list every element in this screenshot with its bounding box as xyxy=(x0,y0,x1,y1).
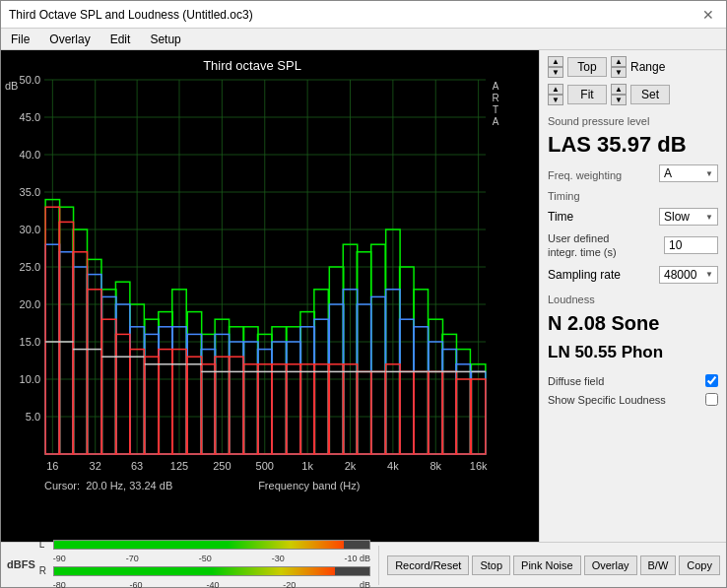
pink-noise-button[interactable]: Pink Noise xyxy=(513,555,581,575)
action-buttons: Record/Reset Stop Pink Noise Overlay B/W… xyxy=(381,552,726,579)
menu-edit[interactable]: Edit xyxy=(104,31,137,47)
main-content: ▲ ▼ Top ▲ ▼ Range ▲ ▼ Fit ▲ ▼ xyxy=(1,50,726,542)
diffuse-field-row: Diffuse field xyxy=(548,374,718,387)
set-spinner: ▲ ▼ xyxy=(611,84,627,105)
menu-setup[interactable]: Setup xyxy=(144,31,186,47)
freq-weighting-value: A xyxy=(664,166,672,180)
set-button[interactable]: Set xyxy=(630,85,670,104)
tick-db: dB xyxy=(360,580,370,588)
sampling-rate-value: 48000 xyxy=(664,268,696,282)
tick-m40: -40 xyxy=(206,580,219,588)
loudness-n-value: N 2.08 Sone xyxy=(548,311,718,335)
tick-m20: -20 xyxy=(283,580,296,588)
top-down-btn[interactable]: ▼ xyxy=(548,67,563,78)
set-up-btn[interactable]: ▲ xyxy=(611,84,627,95)
range-up-btn[interactable]: ▲ xyxy=(611,56,627,67)
top-range-controls: ▲ ▼ Top ▲ ▼ Range xyxy=(548,56,718,78)
l-meter xyxy=(53,540,370,550)
top-up-btn[interactable]: ▲ xyxy=(548,56,563,67)
show-specific-loudness-row: Show Specific Loudness xyxy=(548,393,718,406)
bw-button[interactable]: B/W xyxy=(640,555,677,575)
user-defined-input[interactable] xyxy=(664,236,718,254)
sampling-rate-label: Sampling rate xyxy=(548,268,621,282)
right-panel: ▲ ▼ Top ▲ ▼ Range ▲ ▼ Fit ▲ ▼ xyxy=(539,50,726,542)
set-down-btn[interactable]: ▼ xyxy=(611,95,627,105)
chart-area xyxy=(1,50,539,542)
time-dropdown[interactable]: Slow ▼ xyxy=(659,208,718,226)
range-down-btn[interactable]: ▼ xyxy=(611,67,627,78)
fit-down-btn[interactable]: ▼ xyxy=(548,95,563,105)
tick-m60: -60 xyxy=(130,580,143,588)
time-row: Time Slow ▼ xyxy=(548,208,718,226)
show-specific-loudness-label: Show Specific Loudness xyxy=(548,394,666,406)
overlay-button[interactable]: Overlay xyxy=(584,555,637,575)
spl-section-label: Sound pressure level xyxy=(548,115,718,127)
fit-spinner: ▲ ▼ xyxy=(548,84,563,105)
main-window: Third Octave SPL and Loudness (Untitled.… xyxy=(0,0,727,588)
spl-value: LAS 35.97 dB xyxy=(548,133,718,157)
top-spinner: ▲ ▼ xyxy=(548,56,563,78)
close-button[interactable]: ✕ xyxy=(698,5,718,25)
freq-weighting-dropdown[interactable]: A ▼ xyxy=(659,164,718,182)
r-channel-label: R xyxy=(39,565,49,576)
bottom-bar: dBFS L -90 -70 -50 -30 -10 dB R xyxy=(1,542,726,587)
fit-set-controls: ▲ ▼ Fit ▲ ▼ Set xyxy=(548,84,718,105)
top-button[interactable]: Top xyxy=(567,57,607,77)
copy-button[interactable]: Copy xyxy=(679,555,720,575)
dbfs-label: dBFS xyxy=(7,558,35,570)
range-spinner: ▲ ▼ xyxy=(611,56,627,78)
r-meter xyxy=(53,566,370,576)
title-bar: Third Octave SPL and Loudness (Untitled.… xyxy=(1,1,726,29)
tick-m90: -90 xyxy=(53,554,66,563)
menu-file[interactable]: File xyxy=(5,31,35,47)
tick-m70: -70 xyxy=(126,554,139,563)
record-reset-button[interactable]: Record/Reset xyxy=(387,555,469,575)
stop-button[interactable]: Stop xyxy=(472,555,510,575)
fit-up-btn[interactable]: ▲ xyxy=(548,84,563,95)
freq-weighting-row: Freq. weighting A ▼ xyxy=(548,164,718,182)
menu-bar: File Overlay Edit Setup xyxy=(1,29,726,50)
diffuse-field-checkbox[interactable] xyxy=(705,374,718,387)
sampling-rate-dropdown[interactable]: 48000 ▼ xyxy=(659,266,718,284)
diffuse-field-label: Diffuse field xyxy=(548,375,604,387)
sampling-rate-arrow: ▼ xyxy=(705,270,713,279)
tick-m10: -10 dB xyxy=(345,554,371,563)
tick-m30: -30 xyxy=(272,554,285,563)
sampling-rate-row: Sampling rate 48000 ▼ xyxy=(548,266,718,284)
loudness-ln-value: LN 50.55 Phon xyxy=(548,343,718,362)
menu-overlay[interactable]: Overlay xyxy=(43,31,96,47)
freq-weighting-arrow: ▼ xyxy=(705,169,713,178)
time-arrow: ▼ xyxy=(705,213,713,222)
tick-m80: -80 xyxy=(53,580,66,588)
time-label: Time xyxy=(548,210,573,224)
show-specific-loudness-checkbox[interactable] xyxy=(705,393,718,406)
user-defined-row: User definedintegr. time (s) xyxy=(548,231,718,260)
meter-r-row: R xyxy=(39,565,370,576)
freq-weighting-label: Freq. weighting xyxy=(548,169,622,181)
loudness-section-label: Loudness xyxy=(548,294,718,305)
fit-button[interactable]: Fit xyxy=(567,85,607,104)
user-defined-label: User definedintegr. time (s) xyxy=(548,231,617,260)
dbfs-section: dBFS L -90 -70 -50 -30 -10 dB R xyxy=(1,537,376,588)
window-title: Third Octave SPL and Loudness (Untitled.… xyxy=(9,8,253,22)
time-value: Slow xyxy=(664,210,690,224)
tick-m50: -50 xyxy=(199,554,212,563)
bottom-divider xyxy=(378,546,379,585)
timing-section-label: Timing xyxy=(548,190,718,202)
meter-l-row: L xyxy=(39,539,370,550)
range-label: Range xyxy=(630,60,665,74)
